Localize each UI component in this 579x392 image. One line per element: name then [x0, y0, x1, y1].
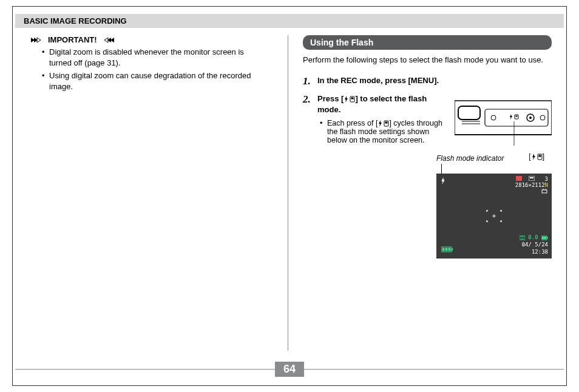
flash-button-icon: [344, 96, 355, 103]
svg-rect-19: [516, 176, 522, 181]
arrow-left-icon: [101, 36, 114, 44]
svg-rect-3: [385, 122, 388, 124]
bullet-item: Digital zoom is disabled whenever the mo…: [49, 47, 271, 68]
focus-frame-icon: [486, 209, 503, 223]
important-callout: IMPORTANT!: [27, 35, 271, 44]
flash-button-icon: [531, 154, 543, 160]
svg-rect-34: [445, 248, 448, 251]
step-2: 2. Press [ ] to select the flash mode. E…: [303, 93, 552, 148]
lcd-bottom-right: 0.0 04/ 5/24 12:38: [520, 234, 548, 255]
svg-rect-33: [442, 248, 445, 251]
lcd-screenshot: 3 2816×2112N 0.0: [436, 174, 552, 259]
lcd-resolution: 2816×2112: [515, 182, 545, 188]
section-header: BASIC IMAGE RECORDING: [15, 14, 564, 28]
lcd-counter: 3: [545, 176, 548, 182]
section-title: Using the Flash: [303, 35, 552, 50]
important-bullets: Digital zoom is disabled whenever the mo…: [27, 47, 271, 92]
flash-button-icon: [378, 120, 389, 127]
svg-rect-29: [547, 237, 548, 238]
svg-rect-32: [452, 248, 453, 251]
lcd-quality: N: [545, 182, 548, 188]
svg-rect-30: [542, 237, 546, 239]
lcd-date: 04/ 5/24: [520, 242, 548, 249]
svg-rect-22: [542, 190, 547, 193]
svg-rect-11: [516, 115, 518, 117]
lcd-ev: 0.0: [528, 234, 538, 240]
important-label: IMPORTANT!: [48, 35, 97, 44]
flash-icon: [440, 177, 446, 186]
step-1: 1. In the REC mode, press [MENU].: [303, 75, 552, 87]
page-number: 64: [275, 362, 304, 377]
svg-point-13: [529, 117, 532, 119]
mode-icon: [529, 176, 535, 182]
lcd-time: 12:38: [520, 249, 548, 256]
arrow-right-icon: [31, 36, 44, 44]
page-frame: BASIC IMAGE RECORDING IMPORTANT! Digital…: [12, 6, 567, 386]
svg-rect-35: [449, 248, 451, 251]
camera-top-illustration: [ ]: [455, 97, 552, 148]
column-divider: [288, 35, 288, 351]
battery-icon: [441, 246, 453, 254]
left-column: IMPORTANT! Digital zoom is disabled when…: [27, 35, 283, 351]
svg-rect-21: [530, 177, 533, 178]
wb-icon: [515, 189, 548, 195]
step-text: In the REC mode, press [MENU].: [317, 75, 552, 87]
step-number: 2.: [303, 93, 313, 148]
lcd-ev-line: 0.0: [520, 234, 548, 242]
svg-rect-25: [520, 235, 525, 240]
step-number: 1.: [303, 75, 313, 87]
intro-text: Perform the following steps to select th…: [303, 55, 552, 66]
bullet-item: Using digital zoom can cause degradation…: [49, 70, 271, 92]
record-icon: [516, 176, 522, 182]
indicator-callout: Flash mode indicator 3 2816×2112N: [436, 154, 552, 259]
step-sub-bullet: Each press of [ ] cycles through the fla…: [317, 119, 449, 144]
right-column: Using the Flash Perform the following st…: [293, 35, 552, 351]
callout-line: [441, 164, 442, 174]
svg-rect-1: [351, 97, 354, 99]
two-column-layout: IMPORTANT! Digital zoom is disabled when…: [13, 35, 566, 351]
lcd-top-right: 3 2816×2112N: [515, 176, 548, 195]
step-text: Press [ ] to select the flash mode.: [317, 93, 449, 115]
svg-rect-18: [538, 155, 541, 157]
